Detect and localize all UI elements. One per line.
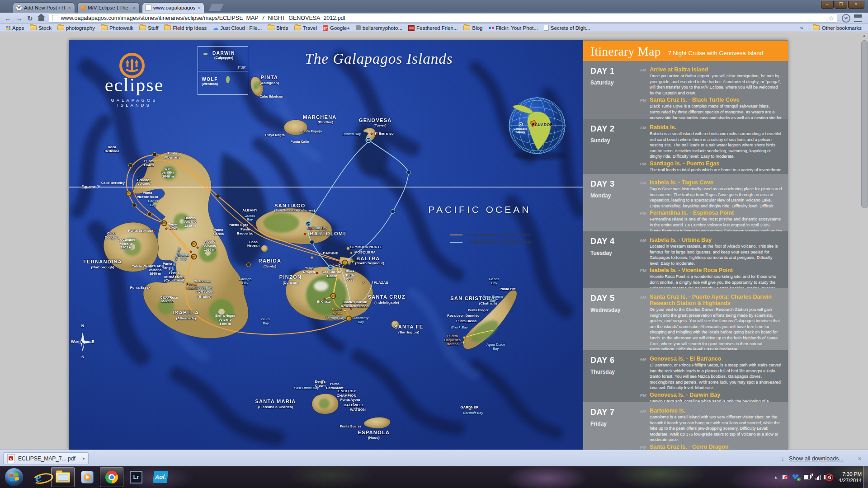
other-bookmarks-label: Other bookmarks [822,25,862,31]
day-entry: AMSanta Cruz Is. - Puerto Ayora: Charles… [636,294,783,350]
day-entry: PMGenovesa Is. - Darwin BayDarwin Bay's … [636,392,783,402]
bookmark-apps[interactable]: Apps [6,25,24,31]
tab-title: M/V Eclipse | The M/ [88,5,130,10]
download-bar: ECLIPSE_MAP_7....pdf ▾ ↓ Show all downlo… [0,450,868,467]
download-bar-close-icon[interactable]: × [858,455,862,462]
legend-line-swatch [450,235,462,235]
bookmark-feathered-frien-[interactable]: Feathered Frien... [408,25,458,31]
home-button[interactable] [38,17,44,21]
bookmark-stock[interactable]: Stock [30,25,52,31]
tab-2[interactable]: M/V Eclipse | The M/× [77,2,140,13]
tray-flag-icon[interactable] [783,475,788,479]
day-label-column: DAY 6Thursday [590,356,636,402]
scrollbar-thumb[interactable] [861,40,868,208]
taskbar-chrome[interactable] [100,467,123,487]
forward-button[interactable]: → [16,15,23,22]
url-text: www.oagalapagos.com/images/stories/itine… [61,15,826,21]
entry-body: Rabida is a small island with red volcan… [650,131,783,160]
route-marker-D6: D6 [366,137,372,143]
clock-time: 7:30 PM [839,471,862,477]
bookmark-label: Travel [303,25,317,31]
file-explorer-icon [56,472,70,483]
bookmark-secrets-of-digit-[interactable]: Secrets of Digit... [544,25,590,31]
tab-close-icon[interactable]: × [67,5,72,10]
close-button[interactable]: × [848,1,864,9]
bookmark-photography[interactable]: photography [57,25,95,31]
entry-heading: Isabela Is. - Tagus Cove [650,179,783,186]
menu-icon[interactable] [854,14,862,22]
entry-heading: Santa Cruz Is. - Cerro Dragon [650,444,783,450]
bookmark-travel[interactable]: Travel [294,25,317,31]
back-button[interactable]: ← [5,15,11,22]
day-number: DAY 6 [590,356,636,365]
compass-rose [74,333,92,351]
bookmark-star-icon[interactable]: ☆ [828,14,834,22]
tab-1[interactable]: WAdd New Post ‹ Hoo× [13,2,75,13]
scrollbar-up-arrow[interactable]: ▲ [860,32,868,39]
route-waypoint [165,228,168,230]
maximize-button[interactable]: ❐ [835,1,847,9]
route-marker-D1: D1 [342,260,348,266]
download-filename: ECLIPSE_MAP_7....pdf [18,455,75,462]
tray-dbx-icon[interactable] [793,474,799,480]
window-controls: – ❐ × [821,1,864,9]
itinerary-subtitle: 7 Night Cruise with Genovesa Island [668,45,763,56]
tray-sig-icon[interactable] [816,475,821,480]
entry-period: AM [636,294,646,350]
bookmark-google-[interactable]: g+Google+ [323,25,350,31]
itinerary-day-2: DAY 2SundayAMRabida Is.Rabida is a small… [583,119,788,174]
day-label-column: DAY 3Monday [590,179,636,231]
entry-heading: Isabela Is. - Urbina Bay [650,237,783,243]
galapagos-map: PINTA(Abingdon)Cabo IbbetsonMARCHENA(Bin… [69,40,583,450]
reload-button[interactable]: ↻ [27,15,33,22]
legend-row: 4 Night Itinerary - Navigation Route [450,231,531,239]
taskbar-explorer[interactable] [51,467,75,487]
globe-country-label: ECUADOR [532,122,553,127]
bookmark-bellaremyphoto-[interactable]: bellaremyphoto... [356,25,402,31]
route-waypoint [337,263,340,265]
bookmark-label: photography [66,25,95,31]
tray-up-icon[interactable]: ▲ [774,475,778,479]
route-marker-D4: D4 [191,253,197,259]
tray-bat-icon[interactable] [804,475,811,479]
bookmarks-overflow-chevron[interactable]: » [800,24,803,31]
bookmark-blog[interactable]: Blog [463,25,482,31]
taskbar-wmp[interactable] [75,467,99,487]
route-waypoint [350,307,352,310]
show-desktop-button[interactable] [863,466,868,488]
show-all-downloads-link[interactable]: Show all downloads... [789,455,844,462]
day-weekday: Wednesday [590,307,636,313]
download-chevron-icon[interactable]: ▾ [83,456,85,461]
tray-vol-icon[interactable] [827,475,831,479]
wordpress-icon: W [16,5,22,11]
taskbar-ie[interactable]: e [27,467,50,487]
bookmark-flickr-your-phot-[interactable]: Flickr: Your Phot... [489,25,538,31]
entry-heading: Santa Cruz Is. - Black Turtle Cove [650,97,783,103]
entry-period: AM [636,237,646,267]
legend-row: 3 Night Itinerary - Navigation Route [450,239,531,246]
new-tab-button[interactable] [208,4,224,11]
taskbar-start[interactable] [2,467,26,487]
tab-3[interactable]: www.oagalapagos.co× [142,2,204,13]
bookmark-photowalk[interactable]: Photowalk [101,25,133,31]
bookmark-field-trip-ideas[interactable]: Field trip ideas [164,25,207,31]
bookmark-birds[interactable]: Birds [268,25,288,31]
tab-close-icon[interactable]: × [132,5,137,10]
tab-close-icon[interactable]: × [197,5,201,10]
downloaded-file-button[interactable]: ECLIPSE_MAP_7....pdf ▾ [3,452,89,465]
wordpress-badge-icon[interactable]: W [842,14,850,23]
url-bar[interactable]: www.oagalapagos.com/images/stories/itine… [49,14,837,23]
taskbar-aol[interactable]: Aol. [149,467,172,487]
other-bookmarks-folder[interactable]: Other bookmarks [813,25,862,31]
route-waypoint [147,212,152,216]
day-entries: AMBartolome Is.Bartolome is a small isla… [636,408,783,450]
bookmark-stuff[interactable]: Stuff [139,25,158,31]
itinerary-header: Itinerary Map 7 Night Cruise with Genove… [583,41,788,61]
entry-heading: Isabela Is. - Vicente Roca Point [650,267,783,273]
entry-body: Located in Western Isabela, at the foot … [650,244,783,266]
taskbar-lr[interactable]: Lr [124,467,148,487]
entry-text: Isabela Is. - Tagus CoveTagus Cove was h… [650,179,783,210]
bookmark-just-cloud-file-[interactable]: ☁Just Cloud : File... [212,25,262,31]
tray-clock[interactable]: 7:30 PM4/27/2014 [839,471,862,483]
minimize-button[interactable]: – [821,1,834,9]
